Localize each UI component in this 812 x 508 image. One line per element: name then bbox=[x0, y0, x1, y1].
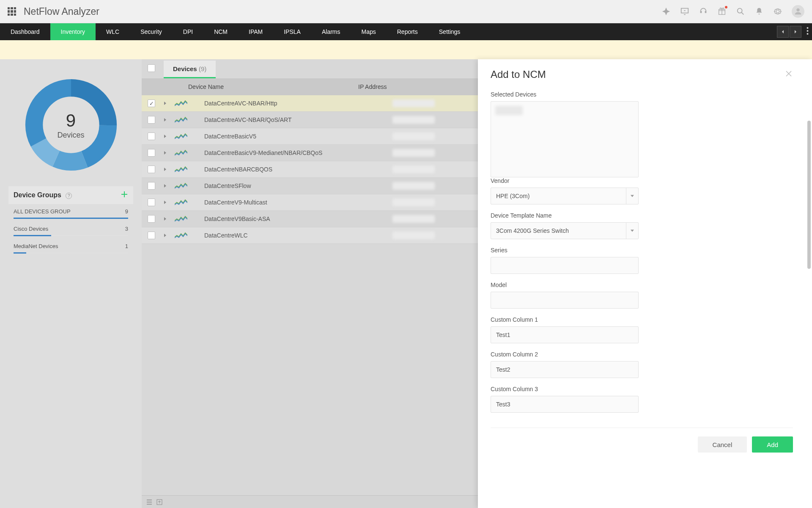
svg-point-1 bbox=[796, 8, 799, 11]
expand-icon[interactable] bbox=[164, 100, 167, 107]
headset-icon[interactable] bbox=[699, 7, 708, 16]
device-name-cell: DataCentreSFlow bbox=[204, 182, 392, 189]
close-icon[interactable] bbox=[785, 69, 793, 80]
row-checkbox[interactable] bbox=[148, 133, 155, 140]
ip-cell bbox=[392, 149, 435, 157]
series-input[interactable] bbox=[491, 257, 639, 274]
nav-wlc[interactable]: WLC bbox=[96, 23, 130, 40]
nav-next-icon[interactable] bbox=[790, 26, 801, 38]
select-all-checkbox[interactable] bbox=[148, 64, 155, 72]
monitor-icon[interactable] bbox=[680, 7, 689, 16]
selected-devices-box bbox=[491, 101, 639, 177]
devices-donut-chart[interactable]: 9 Devices bbox=[22, 76, 120, 174]
kebab-menu-icon[interactable] bbox=[807, 27, 809, 37]
row-checkbox[interactable] bbox=[148, 232, 155, 239]
ip-cell bbox=[392, 199, 435, 206]
nav-security[interactable]: Security bbox=[130, 23, 173, 40]
gear-icon[interactable] bbox=[773, 7, 782, 16]
model-input[interactable] bbox=[491, 292, 639, 309]
sparkline-icon[interactable] bbox=[175, 198, 204, 207]
sparkline-icon[interactable] bbox=[175, 132, 204, 141]
device-group-bar bbox=[14, 252, 128, 254]
sparkline-icon[interactable] bbox=[175, 149, 204, 157]
add-button[interactable]: Add bbox=[752, 436, 793, 453]
expand-icon[interactable] bbox=[164, 182, 167, 189]
add-group-icon[interactable] bbox=[121, 190, 128, 200]
header-toolbar bbox=[661, 5, 804, 18]
nav-ipsla[interactable]: IPSLA bbox=[273, 23, 311, 40]
sparkline-icon[interactable] bbox=[175, 215, 204, 224]
notification-banner bbox=[0, 40, 812, 59]
svg-point-3 bbox=[807, 30, 809, 32]
user-avatar[interactable] bbox=[792, 5, 804, 18]
sparkline-icon[interactable] bbox=[175, 165, 204, 174]
export-icon[interactable] bbox=[156, 499, 163, 505]
sparkline-icon[interactable] bbox=[175, 116, 204, 124]
expand-icon[interactable] bbox=[164, 149, 167, 156]
device-group-item[interactable]: MediaNet Devices1 bbox=[8, 239, 133, 251]
row-checkbox[interactable] bbox=[148, 99, 155, 107]
device-group-bar bbox=[14, 235, 128, 236]
device-group-bar bbox=[14, 218, 128, 219]
series-label: Series bbox=[491, 247, 639, 254]
nav-reports[interactable]: Reports bbox=[387, 23, 428, 40]
cancel-button[interactable]: Cancel bbox=[698, 436, 747, 453]
expand-icon[interactable] bbox=[164, 232, 167, 239]
vendor-dropdown[interactable]: HPE (3Com) bbox=[491, 188, 639, 204]
device-name-cell: DataCentreV9-Multicast bbox=[204, 199, 392, 206]
device-group-item[interactable]: Cisco Devices3 bbox=[8, 221, 133, 234]
sparkline-icon[interactable] bbox=[175, 231, 204, 240]
bell-icon[interactable] bbox=[754, 7, 764, 16]
nav-ncm[interactable]: NCM bbox=[203, 23, 238, 40]
cc3-label: Custom Column 3 bbox=[491, 386, 639, 392]
nav-settings[interactable]: Settings bbox=[428, 23, 471, 40]
svg-point-0 bbox=[738, 8, 742, 13]
row-checkbox[interactable] bbox=[148, 149, 155, 157]
gift-icon[interactable] bbox=[717, 7, 727, 16]
expand-icon[interactable] bbox=[164, 133, 167, 140]
row-checkbox[interactable] bbox=[148, 116, 155, 124]
svg-point-4 bbox=[807, 33, 809, 35]
row-checkbox[interactable] bbox=[148, 166, 155, 173]
device-name-cell: DataCentreNBARCBQOS bbox=[204, 166, 392, 173]
selected-device-chip[interactable] bbox=[495, 106, 523, 115]
expand-icon[interactable] bbox=[164, 166, 167, 173]
apps-grid-icon[interactable] bbox=[8, 7, 16, 16]
sparkline-icon[interactable] bbox=[175, 182, 204, 190]
nav-maps[interactable]: Maps bbox=[351, 23, 387, 40]
nav-dashboard[interactable]: Dashboard bbox=[0, 23, 50, 40]
donut-count: 9 bbox=[57, 110, 84, 131]
cc1-label: Custom Column 1 bbox=[491, 316, 639, 323]
device-group-item[interactable]: ALL DEVICES GROUP9 bbox=[8, 204, 133, 216]
device-name-cell: DataCentreAVC-NBAR/QoS/ART bbox=[204, 116, 392, 123]
app-title: NetFlow Analyzer bbox=[24, 6, 99, 17]
tab-devices[interactable]: Devices (9) bbox=[164, 61, 216, 78]
col-device-name[interactable]: Device Name bbox=[164, 83, 358, 90]
expand-icon[interactable] bbox=[164, 215, 167, 222]
template-dropdown[interactable]: 3Com 4200G Series Switch bbox=[491, 222, 639, 239]
panel-scrollbar[interactable] bbox=[807, 121, 811, 269]
expand-icon[interactable] bbox=[164, 116, 167, 123]
list-view-icon[interactable] bbox=[146, 499, 153, 505]
cc3-input[interactable] bbox=[491, 396, 639, 413]
row-checkbox[interactable] bbox=[148, 182, 155, 190]
expand-icon[interactable] bbox=[164, 199, 167, 206]
sparkline-icon[interactable] bbox=[175, 99, 204, 108]
nav-ipam[interactable]: IPAM bbox=[238, 23, 273, 40]
rocket-icon[interactable] bbox=[661, 7, 671, 16]
cc2-input[interactable] bbox=[491, 361, 639, 378]
search-icon[interactable] bbox=[736, 7, 745, 16]
nav-inventory[interactable]: Inventory bbox=[50, 23, 96, 40]
template-label: Device Template Name bbox=[491, 212, 639, 219]
cc1-input[interactable] bbox=[491, 326, 639, 343]
selected-devices-label: Selected Devices bbox=[491, 91, 793, 98]
ip-cell bbox=[392, 166, 435, 173]
help-icon[interactable]: ? bbox=[66, 193, 72, 199]
row-checkbox[interactable] bbox=[148, 215, 155, 223]
nav-alarms[interactable]: Alarms bbox=[311, 23, 351, 40]
row-checkbox[interactable] bbox=[148, 199, 155, 206]
ip-cell bbox=[392, 133, 435, 140]
nav-dpi[interactable]: DPI bbox=[173, 23, 203, 40]
nav-prev-icon[interactable] bbox=[777, 26, 789, 38]
device-name-cell: DataCentreAVC-NBAR/Http bbox=[204, 100, 392, 107]
